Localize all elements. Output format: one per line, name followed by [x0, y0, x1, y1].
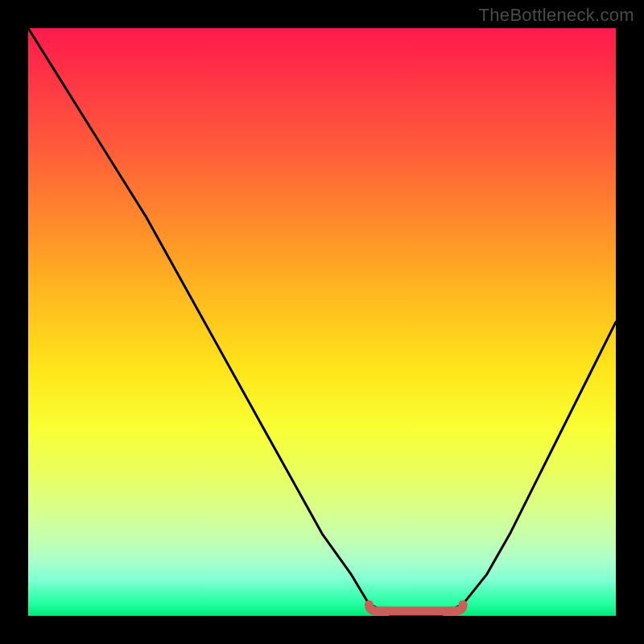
trough-marker: [369, 605, 463, 611]
attribution-text: TheBottleneck.com: [479, 5, 634, 26]
chart-frame: TheBottleneck.com: [0, 0, 644, 644]
chart-plot-area: [28, 28, 616, 616]
curve-line: [28, 28, 616, 616]
chart-svg: [28, 28, 616, 616]
bottleneck-curve: [28, 28, 616, 616]
